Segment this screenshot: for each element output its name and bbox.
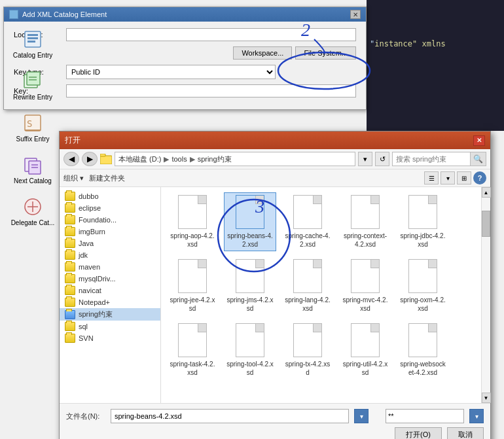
file-item-8[interactable]: spring-mvc-4.2.xsd [339,256,391,315]
sidebar-item-suffix[interactable]: S Suffix Entry [3,107,62,149]
file-icon-6 [236,259,264,293]
svg-text:S: S [27,118,32,129]
organize-button[interactable]: 组织 ▾ [63,173,84,183]
location-input[interactable] [66,28,356,41]
file-icon-14 [408,323,437,357]
dialog-buttons: Workspace... File System... [14,46,356,60]
scroll-up-button[interactable]: ▲ [482,187,491,198]
view-toggle-button[interactable]: ☰ [424,171,439,184]
file-icon-12 [293,323,322,357]
tree-item-sql[interactable]: sql [60,321,160,332]
file-item-3[interactable]: spring-context-4.2.xsd [339,192,391,251]
folder-jdk-icon [65,251,75,260]
file-item-1[interactable]: spring-beans-4.2.xsd [224,192,276,251]
key-row: Key: [14,84,356,97]
key-input[interactable] [66,84,356,97]
svg-rect-1 [27,34,38,36]
cancel-button[interactable]: 取消 [447,427,484,439]
file-item-12[interactable]: spring-tx-4.2.xsd [281,321,334,379]
sidebar-panel: Catalog Entry Rewrite Entry S Suffix Ent… [3,23,62,232]
file-item-0[interactable]: spring-aop-4.2.xsd [166,192,219,251]
tree-item-sql-label: sql [79,323,88,330]
tree-item-maven[interactable]: maven [60,261,160,273]
open-button[interactable]: 打开(O) [395,427,442,439]
file-item-9[interactable]: spring-oxm-4.2.xsd [397,256,449,315]
sidebar-item-delegate[interactable]: Delegate Cat... [3,190,62,232]
tree-item-jdk[interactable]: jdk [60,249,160,261]
folder-eclipse-icon [65,203,75,213]
scroll-thumb[interactable] [482,211,490,237]
tree-item-java[interactable]: Java [60,237,160,249]
folder-navicat-icon [65,286,75,295]
refresh-button[interactable]: ↺ [375,152,389,166]
tree-item-eclipse[interactable]: eclipse [60,202,160,214]
file-item-10[interactable]: spring-task-4.2.xsd [166,321,219,379]
file-system-button[interactable]: File System... [295,46,356,60]
nav-forward-button[interactable]: ▶ [82,152,98,166]
file-bottom: 文件名(N): ▾ ▾ 打开(O) 取消 [60,403,490,439]
sidebar-item-catalog[interactable]: Catalog Entry [3,23,62,65]
file-name-12: spring-tx-4.2.xsd [284,360,331,377]
breadcrumb-root: 本地磁盘 (D:) [118,154,161,164]
file-name-9: spring-oxm-4.2.xsd [399,296,446,313]
file-item-2[interactable]: spring-cache-4.2.xsd [281,192,334,251]
tree-item-spring[interactable]: spring约束 [60,308,160,321]
filetype-input[interactable] [386,409,464,423]
dialog-title-text: Add XML Catalog Element [22,10,107,18]
folder-mysql-icon [65,274,75,283]
file-item-14[interactable]: spring-websocket-4.2.xsd [397,321,449,379]
view-icons-button[interactable]: ⊞ [457,171,471,184]
new-folder-button[interactable]: 新建文件夹 [89,173,125,183]
tree-item-notepad[interactable]: Notepad+ [60,296,160,308]
folder-dubbo-icon [65,192,75,201]
tree-item-imgburn[interactable]: imgBurn [60,226,160,237]
file-item-13[interactable]: spring-util-4.2.xsd [339,321,391,379]
tree-item-spring-label: spring约束 [79,309,113,319]
help-button[interactable]: ? [473,171,486,184]
dialog-close-button[interactable]: ✕ [350,10,361,19]
file-item-11[interactable]: spring-tool-4.2.xsd [224,321,276,379]
tree-item-foundation[interactable]: Foundatio... [60,214,160,226]
file-name-0: spring-aop-4.2.xsd [169,232,216,249]
search-input[interactable] [392,152,471,166]
file-item-6[interactable]: spring-jms-4.2.xsd [224,256,276,315]
breadcrumb-sep1: ▶ [164,155,169,164]
svg-rect-2 [27,37,38,39]
breadcrumb-dropdown-button[interactable]: ▾ [358,152,372,166]
filename-input[interactable] [111,409,349,423]
folder-nav-icon [100,154,112,164]
file-dialog-close-button[interactable]: ✕ [473,135,485,146]
tree-item-java-label: Java [79,239,94,247]
file-dialog-titlebar: 打开 ✕ [60,132,490,149]
tree-item-svn[interactable]: SVN [60,332,160,344]
sidebar-item-rewrite[interactable]: Rewrite Entry [3,65,62,107]
folder-imgburn-icon [65,227,75,236]
view-dropdown-button[interactable]: ▾ [441,171,455,184]
file-item-4[interactable]: spring-jdbc-4.2.xsd [397,192,449,251]
file-item-7[interactable]: spring-lang-4.2.xsd [281,256,334,315]
workspace-button[interactable]: Workspace... [233,46,292,60]
breadcrumb-path1: tools [171,155,187,163]
scroll-down-button[interactable]: ▼ [482,393,491,403]
file-item-5[interactable]: spring-jee-4.2.xsd [166,256,219,315]
nav-back-button[interactable]: ◀ [63,152,79,166]
search-button[interactable]: 🔍 [471,152,486,166]
sidebar-item-next-catalog[interactable]: Next Catalog [3,149,62,190]
sidebar-next-label: Next Catalog [14,177,52,184]
search-bar: 🔍 [392,152,486,166]
file-name-5: spring-jee-4.2.xsd [169,296,216,313]
scrollbar[interactable]: ▲ ▼ [481,187,490,403]
filename-dropdown-button[interactable]: ▾ [354,409,369,423]
svg-rect-18 [100,156,112,164]
filetype-dropdown-button[interactable]: ▾ [469,409,484,423]
svg-rect-5 [27,72,40,85]
filename-label: 文件名(N): [66,412,105,421]
location-row: Location: [14,28,356,41]
file-icon-2 [293,195,322,229]
file-name-1: spring-beans-4.2.xsd [226,232,274,249]
key-type-select[interactable]: Public ID System ID URI [66,65,276,79]
tree-item-navicat[interactable]: navicat [60,285,160,296]
toolbar2-left: 组织 ▾ 新建文件夹 [63,173,125,183]
tree-item-mysqldrive[interactable]: mysqlDriv... [60,273,160,285]
tree-item-dubbo[interactable]: dubbo [60,190,160,202]
